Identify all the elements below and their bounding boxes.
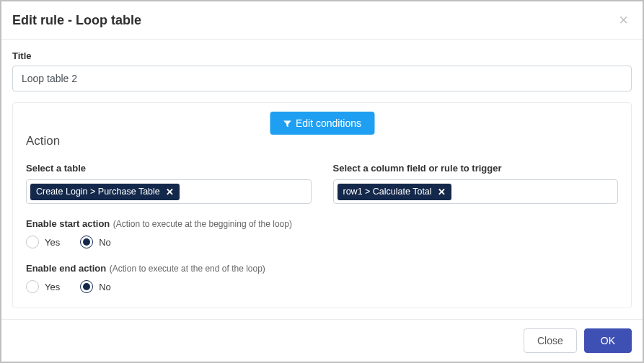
start-action-label: Enable start action xyxy=(26,218,110,229)
edit-conditions-label: Edit conditions xyxy=(296,117,361,129)
modal-title: Edit rule - Loop table xyxy=(12,13,141,28)
modal-body: Title Edit conditions Action Select a ta… xyxy=(1,40,643,319)
modal-dialog: Edit rule - Loop table × Title Edit cond… xyxy=(0,0,644,363)
remove-icon[interactable]: ✕ xyxy=(438,187,446,197)
ok-button[interactable]: OK xyxy=(584,328,632,353)
radio-icon xyxy=(26,236,39,248)
table-select-label: Select a table xyxy=(26,163,312,174)
trigger-select-input[interactable]: row1 > Calculate Total ✕ xyxy=(333,179,619,204)
remove-icon[interactable]: ✕ xyxy=(166,187,174,197)
trigger-select-label: Select a column field or rule to trigger xyxy=(333,163,619,174)
radio-icon xyxy=(80,280,93,293)
modal-header: Edit rule - Loop table × xyxy=(1,1,643,40)
end-action-label: Enable end action xyxy=(26,263,106,274)
start-action-row: Enable start action (Action to execute a… xyxy=(26,217,618,248)
trigger-select-col: Select a column field or rule to trigger… xyxy=(333,163,619,204)
table-select-col: Select a table Create Login > Purchase T… xyxy=(26,163,312,204)
end-action-no-radio[interactable]: No xyxy=(80,280,111,293)
action-panel: Edit conditions Action Select a table Cr… xyxy=(12,102,632,308)
start-action-no-label: No xyxy=(99,237,111,248)
start-action-yes-label: Yes xyxy=(45,237,60,248)
end-action-no-label: No xyxy=(99,282,111,292)
table-token: Create Login > Purchase Table ✕ xyxy=(30,184,180,200)
start-action-hint: (Action to execute at the beggining of t… xyxy=(113,219,292,229)
action-heading: Action xyxy=(26,134,618,148)
table-token-text: Create Login > Purchase Table xyxy=(36,187,160,197)
start-action-no-radio[interactable]: No xyxy=(80,236,111,248)
radio-icon xyxy=(26,280,39,293)
radio-icon xyxy=(80,236,93,248)
edit-conditions-button[interactable]: Edit conditions xyxy=(270,112,374,135)
end-action-row: Enable end action (Action to execute at … xyxy=(26,261,618,293)
trigger-token: row1 > Calculate Total ✕ xyxy=(338,184,451,200)
close-icon[interactable]: × xyxy=(619,12,628,28)
trigger-token-text: row1 > Calculate Total xyxy=(343,187,432,197)
modal-footer: Close OK xyxy=(1,319,643,362)
end-action-yes-label: Yes xyxy=(45,282,60,292)
start-action-yes-radio[interactable]: Yes xyxy=(26,236,60,248)
title-input[interactable] xyxy=(12,66,632,91)
end-action-hint: (Action to execute at the end of the loo… xyxy=(110,264,265,274)
title-label: Title xyxy=(12,50,632,61)
table-select-input[interactable]: Create Login > Purchase Table ✕ xyxy=(26,179,312,204)
end-action-yes-radio[interactable]: Yes xyxy=(26,280,60,293)
close-button[interactable]: Close xyxy=(524,328,577,353)
filter-icon xyxy=(283,119,291,127)
